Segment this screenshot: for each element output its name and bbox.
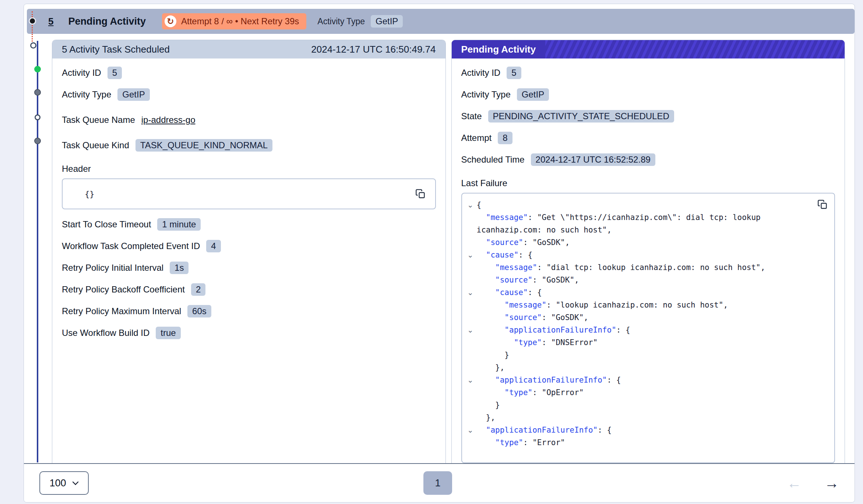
event-detail-panels: 5 Activity Task Scheduled 2024-12-17 UTC… (52, 40, 845, 463)
collapse-chevron-icon[interactable]: ⌄ (464, 249, 477, 261)
field-label: Attempt (461, 133, 492, 143)
json-line: }, (464, 361, 813, 374)
header-payload-text: {} (85, 189, 95, 199)
field-row-scheduled-time: Scheduled Time 2024-12-17 UTC 16:52:52.8… (461, 153, 835, 166)
json-text: { (477, 200, 482, 209)
field-value-badge: 2024-12-17 UTC 16:52:52.89 (531, 153, 655, 166)
timeline-dot-event[interactable] (34, 138, 41, 144)
field-row-workflow-task-completed-event-id: Workflow Task Completed Event ID 4 (62, 240, 436, 252)
json-text: }, (477, 413, 496, 422)
collapse-chevron-icon[interactable]: ⌄ (464, 324, 477, 336)
field-value-badge: PENDING_ACTIVITY_STATE_SCHEDULED (488, 110, 674, 123)
json-line: ⌄ "applicationFailureInfo": { (464, 424, 813, 436)
field-row-task-queue-name: Task Queue Name ip-address-go (62, 115, 436, 125)
field-row-start-to-close-timeout: Start To Close Timeout 1 minute (62, 218, 436, 231)
copy-icon[interactable] (414, 187, 427, 200)
event-panel-header: 5 Activity Task Scheduled 2024-12-17 UTC… (52, 40, 445, 58)
pending-activity-title: Pending Activity (452, 40, 546, 58)
timeline-dot-pending[interactable] (30, 42, 36, 49)
json-line: } (464, 399, 813, 411)
timeline-dot-selected-event[interactable] (29, 17, 36, 25)
timeline-dot-event[interactable] (34, 89, 41, 96)
field-value-badge: GetIP (117, 88, 149, 101)
json-key: "source" (477, 276, 533, 284)
json-text: : { (528, 288, 542, 297)
timeline-dot-completed[interactable] (34, 66, 41, 72)
json-key: "message" (477, 213, 528, 222)
page-size-value: 100 (49, 478, 66, 489)
retry-attempt-badge: ↻ Attempt 8 / ∞ • Next Retry 39s (162, 13, 306, 29)
json-line: "message": "lookup icanhazip.com: no suc… (464, 299, 813, 311)
collapse-chevron-icon[interactable]: ⌄ (464, 286, 477, 299)
json-text: : "GoSDK", (523, 238, 570, 247)
next-page-arrow-icon[interactable]: → (824, 476, 839, 490)
copy-icon[interactable] (816, 198, 829, 211)
json-key: "type" (477, 338, 542, 347)
field-label: Start To Close Timeout (62, 219, 151, 230)
collapse-chevron-icon[interactable]: ⌄ (464, 199, 477, 211)
collapse-chevron-icon[interactable]: ⌄ (464, 374, 477, 386)
event-detail-card: 5 Pending Activity ↻ Attempt 8 / ∞ • Nex… (24, 4, 855, 503)
retry-connector-line (32, 11, 33, 42)
field-label: Scheduled Time (461, 155, 525, 165)
field-label: Workflow Task Completed Event ID (62, 241, 200, 251)
json-key: "type" (477, 438, 523, 447)
json-text: : "OpError" (532, 388, 584, 397)
json-key: "source" (477, 238, 523, 247)
pending-activity-header: Pending Activity (452, 40, 845, 58)
refresh-icon: ↻ (165, 15, 176, 27)
event-title: Pending Activity (68, 16, 146, 27)
field-label: Use Workflow Build ID (62, 328, 149, 338)
header-stripes-decoration (545, 40, 845, 58)
field-label: Activity ID (62, 68, 101, 78)
json-line: ⌄ "cause": { (464, 286, 813, 299)
field-value-badge: 60s (187, 305, 211, 317)
json-line: "source": "GoSDK", (464, 311, 813, 324)
field-value-badge: 1s (170, 262, 189, 274)
json-text: : { (518, 251, 532, 259)
json-text: : { (598, 426, 612, 434)
timeline-dot-open-event[interactable] (35, 114, 40, 120)
field-label: Retry Policy Initial Interval (62, 263, 163, 273)
json-key: "applicationFailureInfo" (477, 326, 616, 334)
json-key: "cause" (477, 288, 528, 297)
field-label: State (461, 111, 482, 121)
json-text: } (477, 401, 500, 409)
field-value-badge: 8 (498, 132, 512, 144)
json-key: "cause" (477, 251, 519, 259)
field-row-task-queue-kind: Task Queue Kind TASK_QUEUE_KIND_NORMAL (62, 139, 436, 152)
task-queue-link[interactable]: ip-address-go (141, 115, 196, 125)
field-value-badge: 1 minute (157, 218, 201, 231)
json-text: } (477, 351, 510, 359)
field-row-retry-policy-maximum-interval: Retry Policy Maximum Interval 60s (62, 305, 436, 317)
field-row-activity-id: Activity ID 5 (62, 67, 436, 79)
json-line: }, (464, 411, 813, 424)
field-row-use-workflow-build-id: Use Workflow Build ID true (62, 327, 436, 339)
activity-type-badge: GetIP (371, 15, 403, 28)
field-row-activity-type: Activity Type GetIP (62, 88, 436, 101)
field-value-badge: 5 (108, 67, 122, 79)
pending-panel-body: Activity ID 5 Activity Type GetIP State … (452, 58, 845, 463)
json-key: "applicationFailureInfo" (477, 376, 607, 384)
event-id-link[interactable]: 5 (48, 16, 53, 27)
activity-task-scheduled-panel: 5 Activity Task Scheduled 2024-12-17 UTC… (52, 40, 446, 463)
json-line: ⌄{ (464, 199, 813, 211)
event-timestamp: 2024-12-17 UTC 16:50:49.74 (311, 44, 436, 55)
field-label: Retry Policy Maximum Interval (62, 306, 181, 316)
json-line: "source": "GoSDK", (464, 236, 813, 249)
page-size-select[interactable]: 100 (39, 471, 89, 495)
field-label: Task Queue Name (62, 115, 135, 125)
json-line: ⌄ "applicationFailureInfo": { (464, 374, 813, 386)
json-line: } (464, 349, 813, 361)
collapse-chevron-icon[interactable]: ⌄ (464, 424, 477, 436)
pagination-footer: 100 1 ← → (24, 463, 855, 502)
previous-page-arrow-icon[interactable]: ← (787, 476, 802, 490)
json-text: : "Error" (523, 438, 565, 447)
page-1-button[interactable]: 1 (423, 471, 452, 495)
field-label: Retry Policy Backoff Coefficient (62, 284, 185, 295)
field-value-badge: 2 (191, 283, 205, 296)
pending-activity-panel: Pending Activity Activity ID 5 Activity … (451, 40, 845, 463)
json-text: : "DNSError" (542, 338, 598, 347)
event-header-bar: 5 Pending Activity ↻ Attempt 8 / ∞ • Nex… (27, 9, 855, 34)
field-value-badge: 5 (507, 67, 521, 79)
